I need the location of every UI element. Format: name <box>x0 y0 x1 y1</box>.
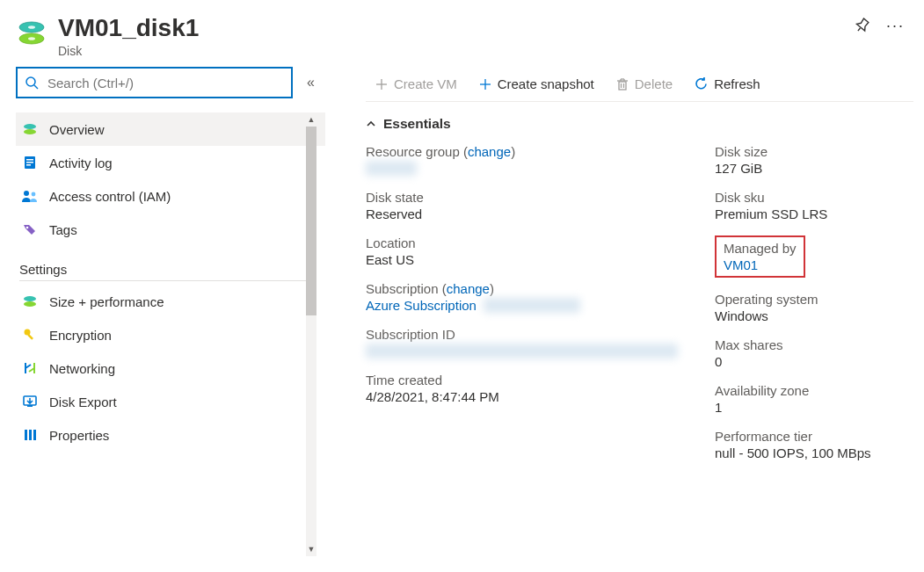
refresh-icon <box>694 76 709 91</box>
svg-rect-14 <box>26 164 31 166</box>
nav-properties[interactable]: Properties <box>16 418 325 452</box>
managed-by-highlight: Managed by VM01 <box>715 235 805 278</box>
disk-size-label: Disk size <box>715 144 908 159</box>
time-created-value: 4/28/2021, 8:47:44 PM <box>366 389 680 404</box>
resource-type-label: Disk <box>58 44 855 58</box>
button-label: Create snapshot <box>498 76 594 91</box>
nav-label: Properties <box>49 428 109 443</box>
page-header: VM01_disk1 Disk ··· <box>0 0 924 67</box>
nav-activity-log[interactable]: Activity log <box>16 146 325 179</box>
collapse-sidebar-icon[interactable]: « <box>307 75 315 91</box>
location-value: East US <box>366 252 680 267</box>
plus-icon <box>375 77 389 91</box>
disk-sku-value: Premium SSD LRS <box>715 206 908 221</box>
os-value: Windows <box>715 308 908 323</box>
resource-group-label: Resource group (change) <box>366 144 680 159</box>
key-icon <box>21 327 39 343</box>
resource-group-value: redacted <box>366 161 417 176</box>
svg-point-16 <box>32 192 36 197</box>
svg-point-10 <box>24 129 36 134</box>
svg-point-19 <box>24 301 36 307</box>
subscription-id-value: 00000000-0000-0000-0000-000000000000 <box>366 344 678 358</box>
trash-icon <box>615 77 629 91</box>
subscription-label: Subscription (change) <box>366 281 680 296</box>
disk-state-value: Reserved <box>366 206 680 221</box>
nav-label: Disk Export <box>49 395 117 409</box>
disk-sku-label: Disk sku <box>715 190 908 205</box>
more-icon[interactable]: ··· <box>886 18 905 33</box>
subscription-suffix-redacted <box>484 298 580 313</box>
nav-networking[interactable]: Networking <box>16 351 325 385</box>
performance-tier-value: null - 500 IOPS, 100 MBps <box>715 445 908 460</box>
create-vm-button: Create VM <box>366 67 466 101</box>
managed-by-label: Managed by <box>724 241 797 256</box>
svg-rect-26 <box>33 430 36 440</box>
nav-access-control[interactable]: Access control (IAM) <box>16 179 325 213</box>
svg-rect-31 <box>619 82 626 90</box>
main-panel: Create VM Create snapshot Delete <box>325 67 924 568</box>
refresh-button[interactable]: Refresh <box>685 67 769 101</box>
svg-rect-21 <box>27 334 33 340</box>
essentials-label: Essentials <box>383 116 451 132</box>
change-resource-group-link[interactable]: change <box>468 144 511 159</box>
svg-rect-24 <box>25 430 27 440</box>
plus-icon <box>478 77 492 91</box>
subscription-link[interactable]: Azure Subscription <box>366 298 477 313</box>
availability-zone-value: 1 <box>715 400 908 415</box>
chevron-up-icon <box>366 119 376 129</box>
svg-point-2 <box>28 25 35 29</box>
create-snapshot-button[interactable]: Create snapshot <box>469 67 603 101</box>
nav-label: Activity log <box>49 156 113 170</box>
button-label: Refresh <box>714 76 760 91</box>
pin-icon[interactable] <box>855 18 870 33</box>
nav-label: Encryption <box>49 328 112 343</box>
svg-point-15 <box>24 191 29 196</box>
sidebar-scrollbar[interactable]: ▲ ▼ <box>306 112 316 556</box>
nav-overview[interactable]: Overview <box>16 112 325 146</box>
button-label: Create VM <box>394 76 457 91</box>
nav-label: Tags <box>49 222 77 237</box>
max-shares-value: 0 <box>715 354 908 369</box>
divider <box>19 280 309 281</box>
search-input[interactable] <box>46 75 284 91</box>
managed-by-link[interactable]: VM01 <box>724 257 758 272</box>
svg-rect-23 <box>27 405 33 407</box>
delete-button: Delete <box>607 67 681 101</box>
nav-size-performance[interactable]: Size + performance <box>16 285 325 318</box>
disk-state-label: Disk state <box>366 190 680 205</box>
nav-tags[interactable]: Tags <box>16 213 325 246</box>
settings-section-header: Settings <box>19 262 325 277</box>
availability-zone-label: Availability zone <box>715 383 908 398</box>
svg-point-7 <box>26 77 35 86</box>
os-label: Operating system <box>715 292 908 307</box>
time-created-label: Time created <box>366 373 680 387</box>
properties-icon <box>21 427 39 443</box>
subscription-id-label: Subscription ID <box>366 327 680 342</box>
search-box[interactable] <box>16 67 293 98</box>
export-icon <box>21 394 39 409</box>
max-shares-label: Max shares <box>715 337 908 352</box>
svg-rect-25 <box>29 430 32 440</box>
svg-point-9 <box>24 124 36 129</box>
disk-icon <box>16 18 47 49</box>
svg-rect-13 <box>26 162 33 163</box>
access-control-icon <box>21 188 39 204</box>
nav-label: Access control (IAM) <box>49 189 171 204</box>
nav-encryption[interactable]: Encryption <box>16 318 325 351</box>
command-bar: Create VM Create snapshot Delete <box>366 67 913 102</box>
svg-rect-12 <box>26 159 33 161</box>
svg-point-5 <box>28 37 35 40</box>
nav-label: Size + performance <box>49 294 164 309</box>
activity-log-icon <box>21 155 39 170</box>
tags-icon <box>21 221 39 237</box>
essentials-toggle[interactable]: Essentials <box>366 116 908 132</box>
disk-small-icon <box>21 121 39 137</box>
svg-line-8 <box>34 85 38 89</box>
nav-label: Overview <box>49 122 105 137</box>
search-icon <box>25 76 39 90</box>
button-label: Delete <box>635 76 673 91</box>
disk-small-icon <box>21 293 39 309</box>
performance-tier-label: Performance tier <box>715 429 908 444</box>
nav-disk-export[interactable]: Disk Export <box>16 385 325 418</box>
change-subscription-link[interactable]: change <box>447 281 490 296</box>
